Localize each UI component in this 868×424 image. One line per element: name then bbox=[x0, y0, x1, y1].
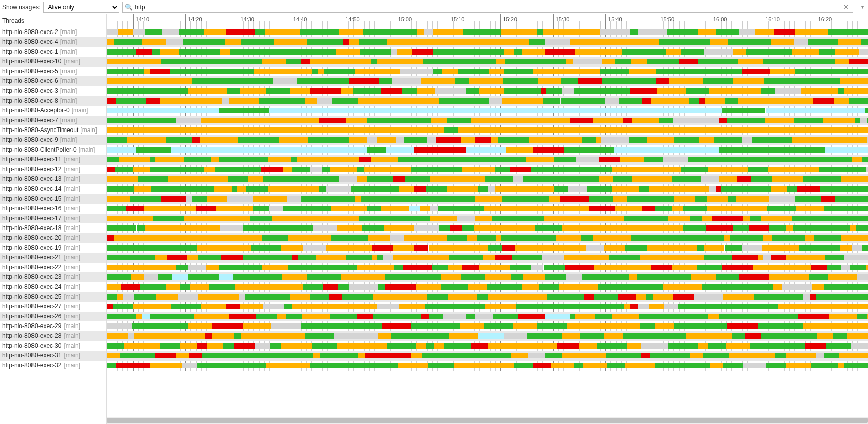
state-segment[interactable] bbox=[166, 137, 192, 143]
state-segment[interactable] bbox=[295, 274, 307, 280]
thread-row[interactable]: http-nio-8080-exec-4[main] bbox=[0, 37, 106, 47]
track-row[interactable] bbox=[107, 174, 868, 184]
state-segment[interactable] bbox=[322, 323, 333, 329]
state-segment[interactable] bbox=[348, 59, 371, 64]
state-segment[interactable] bbox=[453, 39, 475, 45]
state-segment[interactable] bbox=[642, 98, 651, 104]
state-segment[interactable] bbox=[764, 284, 773, 290]
state-segment[interactable] bbox=[483, 363, 515, 368]
state-segment[interactable] bbox=[265, 29, 279, 35]
state-segment[interactable] bbox=[749, 225, 769, 231]
track-row[interactable] bbox=[107, 292, 868, 302]
state-segment[interactable] bbox=[541, 88, 546, 94]
state-segment[interactable] bbox=[785, 98, 813, 104]
state-segment[interactable] bbox=[800, 167, 819, 172]
state-segment[interactable] bbox=[698, 59, 724, 64]
state-segment[interactable] bbox=[337, 343, 363, 349]
state-segment[interactable] bbox=[319, 265, 329, 270]
state-segment[interactable] bbox=[495, 186, 525, 192]
state-segment[interactable] bbox=[671, 147, 695, 153]
state-segment[interactable] bbox=[564, 255, 580, 260]
state-segment[interactable] bbox=[503, 78, 528, 84]
state-segment[interactable] bbox=[833, 333, 847, 339]
state-segment[interactable] bbox=[838, 88, 844, 94]
state-segment[interactable] bbox=[658, 167, 681, 172]
state-segment[interactable] bbox=[190, 284, 210, 290]
state-segment[interactable] bbox=[439, 157, 461, 162]
state-segment[interactable] bbox=[216, 206, 231, 211]
state-segment[interactable] bbox=[504, 69, 533, 74]
state-segment[interactable] bbox=[488, 186, 494, 192]
state-segment[interactable] bbox=[704, 245, 724, 251]
state-segment[interactable] bbox=[507, 39, 529, 45]
state-segment[interactable] bbox=[128, 69, 144, 74]
state-segment[interactable] bbox=[443, 314, 466, 319]
state-segment[interactable] bbox=[638, 304, 649, 309]
state-segment[interactable] bbox=[446, 353, 471, 358]
state-segment[interactable] bbox=[305, 98, 317, 104]
state-segment[interactable] bbox=[393, 167, 405, 172]
state-segment[interactable] bbox=[666, 49, 681, 55]
state-segment[interactable] bbox=[305, 333, 334, 339]
state-segment[interactable] bbox=[739, 29, 755, 35]
state-segment[interactable] bbox=[561, 206, 589, 211]
state-segment[interactable] bbox=[228, 176, 248, 182]
state-segment[interactable] bbox=[532, 176, 550, 182]
state-segment[interactable] bbox=[560, 196, 588, 202]
state-segment[interactable] bbox=[513, 176, 523, 182]
state-segment[interactable] bbox=[133, 255, 138, 260]
state-segment[interactable] bbox=[697, 265, 711, 270]
state-segment[interactable] bbox=[286, 314, 302, 319]
state-segment[interactable] bbox=[373, 314, 403, 319]
state-segment[interactable] bbox=[594, 294, 618, 300]
state-segment[interactable] bbox=[656, 78, 669, 84]
state-segment[interactable] bbox=[330, 167, 357, 172]
state-segment[interactable] bbox=[742, 245, 762, 251]
state-segment[interactable] bbox=[647, 59, 679, 64]
state-segment[interactable] bbox=[478, 186, 489, 192]
state-segment[interactable] bbox=[723, 294, 754, 300]
state-segment[interactable] bbox=[377, 304, 399, 309]
state-segment[interactable] bbox=[860, 118, 867, 123]
state-segment[interactable] bbox=[755, 29, 774, 35]
state-segment[interactable] bbox=[288, 235, 310, 241]
state-segment[interactable] bbox=[150, 69, 170, 74]
state-segment[interactable] bbox=[152, 49, 161, 55]
state-segment[interactable] bbox=[602, 59, 616, 64]
state-segment[interactable] bbox=[495, 167, 510, 172]
state-segment[interactable] bbox=[488, 245, 501, 251]
track-row[interactable] bbox=[107, 361, 868, 370]
state-segment[interactable] bbox=[184, 157, 211, 162]
state-segment[interactable] bbox=[322, 147, 367, 153]
track-row[interactable] bbox=[107, 155, 868, 165]
state-segment[interactable] bbox=[659, 39, 680, 45]
state-segment[interactable] bbox=[557, 69, 584, 74]
state-segment[interactable] bbox=[436, 137, 461, 143]
state-segment[interactable] bbox=[220, 49, 230, 55]
thread-row[interactable]: http-nio-8080-Acceptor-0[main] bbox=[0, 106, 106, 115]
state-segment[interactable] bbox=[533, 363, 551, 368]
state-segment[interactable] bbox=[597, 343, 627, 349]
state-segment[interactable] bbox=[618, 294, 636, 300]
state-segment[interactable] bbox=[793, 225, 823, 231]
state-segment[interactable] bbox=[290, 294, 299, 300]
state-segment[interactable] bbox=[505, 118, 527, 123]
state-segment[interactable] bbox=[435, 88, 466, 94]
state-segment[interactable] bbox=[210, 69, 235, 74]
state-segment[interactable] bbox=[399, 304, 410, 309]
state-segment[interactable] bbox=[145, 29, 162, 35]
state-segment[interactable] bbox=[250, 216, 272, 221]
state-segment[interactable] bbox=[485, 274, 511, 280]
state-segment[interactable] bbox=[107, 78, 124, 84]
state-segment[interactable] bbox=[423, 59, 451, 64]
state-segment[interactable] bbox=[861, 39, 868, 45]
state-segment[interactable] bbox=[470, 98, 489, 104]
state-segment[interactable] bbox=[698, 29, 716, 35]
state-segment[interactable] bbox=[753, 88, 761, 94]
state-segment[interactable] bbox=[107, 98, 116, 104]
thread-row[interactable]: http-nio-8080-exec-3[main] bbox=[0, 86, 106, 96]
state-segment[interactable] bbox=[778, 59, 801, 64]
state-segment[interactable] bbox=[816, 353, 824, 358]
state-segment[interactable] bbox=[411, 167, 439, 172]
state-segment[interactable] bbox=[518, 206, 526, 211]
